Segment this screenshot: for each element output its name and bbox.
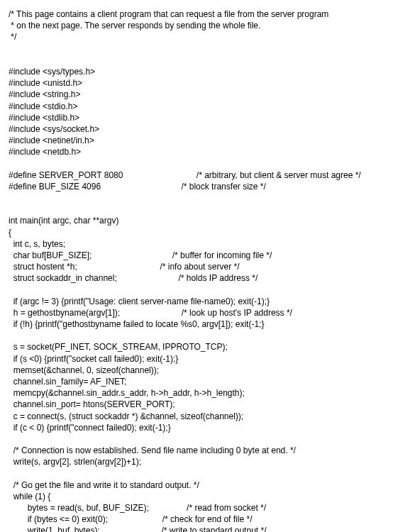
code-line: #define SERVER_PORT 8080 /* arbitrary, b… [9,170,361,180]
code-line: #include <stdio.h> [9,101,77,111]
code-line: char buf[BUF_SIZE]; /* buffer for incomi… [9,250,272,260]
code-line: int c, s, bytes; [9,239,65,249]
code-line: int main(int argc, char **argv) [9,216,118,226]
code-line: if (!h) {printf("gethostbyname failed to… [9,319,264,329]
code-line: memcpy(&channel.sin_addr.s_addr, h->h_ad… [9,388,245,398]
code-line: struct hostent *h; /* info about server … [9,262,239,272]
code-line: struct sockaddr_in channel; /* holds IP … [9,273,258,283]
code-line: if (argc != 3) {printf("Usage: client se… [9,297,270,306]
code-line: #include <sys/socket.h> [9,124,99,134]
code-line: { [9,228,11,238]
code-line: /* Go get the file and write it to stand… [9,480,199,490]
code-line: if (s <0) {printf("socket call failed0);… [9,354,178,364]
code-line: channel.sin_family= AF_INET; [9,377,126,387]
code-line: #include <string.h> [9,89,80,99]
code-line: c = connect(s, (struct sockaddr *) &chan… [9,411,243,421]
code-line: write(s, argv[2], strlen(argv[2])+1); [9,457,141,467]
code-line: if (bytes <= 0) exit(0); /* check for en… [9,514,252,524]
code-line: #include <stdlib.h> [9,113,79,123]
code-line: /* Connection is now established. Send f… [9,445,296,455]
code-line: write(1, buf, bytes); /* write to standa… [9,526,266,532]
code-line: channel.sin_port= htons(SERVER_PORT); [9,399,175,409]
code-line: if (c < 0) {printf("connect failed0); ex… [9,423,171,433]
code-line: #define BUF_SIZE 4096 /* block transfer … [9,182,266,192]
code-listing: /* This page contains a client program t… [9,9,411,532]
code-line: #include <netdb.h> [9,147,81,157]
code-line: /* This page contains a client program t… [9,9,328,19]
code-line: while (1) { [9,492,50,501]
code-line: #include <sys/types.h> [9,67,95,77]
code-line: #include <netinet/in.h> [9,135,94,145]
code-line: * on the next page. The server responds … [9,21,260,31]
code-line: */ [9,32,16,42]
code-line: #include <unistd.h> [9,78,82,88]
code-line: h = gethostbyname(argv[1]); /* look up h… [9,308,292,318]
code-line: s = socket(PF_INET, SOCK_STREAM, IPPROTO… [9,342,228,352]
code-line: memset(&channel, 0, sizeof(channel)); [9,365,159,375]
code-line: bytes = read(s, buf, BUF_SIZE); /* read … [9,503,266,513]
